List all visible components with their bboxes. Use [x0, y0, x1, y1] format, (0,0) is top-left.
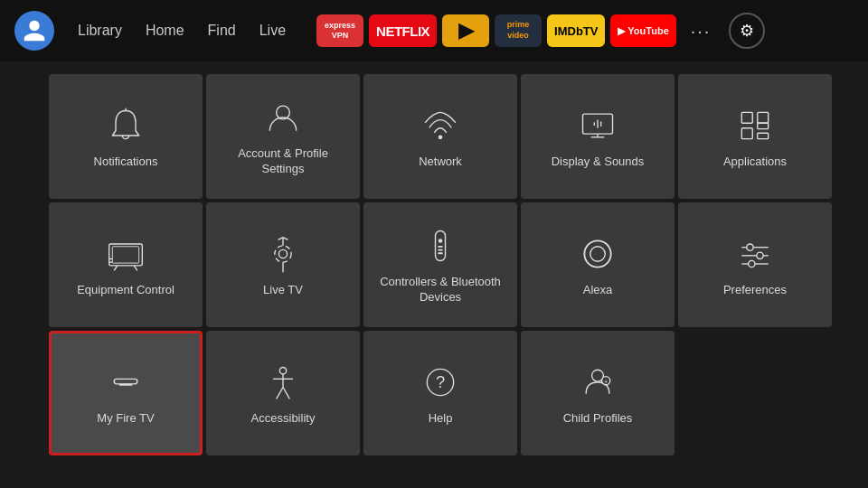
svg-rect-31 — [438, 252, 443, 254]
bell-icon — [104, 104, 147, 147]
tile-accessibility[interactable]: Accessibility — [206, 331, 360, 455]
tile-label: Network — [419, 155, 462, 170]
svg-line-25 — [283, 237, 288, 239]
app-shortcuts: expressVPN NETFLIX ▶ primevideo IMDbTV ▶… — [316, 14, 676, 47]
svg-point-38 — [757, 252, 763, 258]
svg-point-22 — [278, 249, 287, 258]
app-imdb[interactable]: IMDbTV — [547, 14, 605, 47]
svg-rect-29 — [438, 246, 443, 248]
antenna-icon — [261, 232, 305, 276]
tile-label: Preferences — [723, 283, 787, 298]
sliders-icon — [733, 232, 777, 276]
svg-rect-13 — [758, 133, 769, 138]
tile-label: Child Profiles — [563, 411, 633, 427]
tile-label: Alexa — [583, 283, 613, 298]
user-avatar[interactable] — [14, 11, 54, 51]
tile-label: Notifications — [94, 155, 158, 170]
top-navigation: Library Home Find Live expressVPN NETFLI… — [0, 0, 868, 61]
tile-myfiretv[interactable]: My Fire TV — [49, 331, 203, 455]
nav-home[interactable]: Home — [137, 17, 193, 44]
nav-links: Library Home Find Live — [69, 17, 295, 44]
tile-label: Accessibility — [251, 411, 316, 427]
nav-live[interactable]: Live — [250, 17, 295, 44]
tile-controllers[interactable]: Controllers & Bluetooth Devices — [363, 202, 517, 327]
help-icon: ? — [419, 361, 462, 404]
tile-display[interactable]: Display & Sounds — [521, 74, 675, 199]
person-icon — [261, 96, 305, 139]
svg-text:?: ? — [436, 371, 445, 390]
accessibility-icon — [261, 361, 305, 404]
tile-label: Applications — [723, 155, 787, 170]
svg-rect-41 — [119, 383, 133, 385]
tile-label: My Fire TV — [97, 411, 154, 427]
svg-line-24 — [278, 237, 284, 239]
tile-label: Controllers & Bluetooth Devices — [373, 275, 508, 305]
svg-point-28 — [439, 239, 443, 243]
settings-grid: Notifications Account & Profile Settings… — [0, 67, 868, 463]
tile-help[interactable]: ? Help — [363, 331, 517, 455]
svg-rect-10 — [758, 112, 769, 123]
tile-network[interactable]: Network — [363, 74, 517, 199]
svg-line-46 — [283, 387, 289, 399]
svg-rect-12 — [758, 123, 769, 128]
svg-rect-15 — [109, 244, 143, 266]
svg-line-45 — [277, 387, 283, 399]
tv-icon — [104, 232, 147, 276]
alexa-icon — [576, 232, 619, 276]
svg-rect-11 — [741, 127, 752, 138]
app-youtube[interactable]: ▶ YouTube — [610, 14, 675, 47]
svg-line-18 — [134, 265, 137, 270]
tile-label: Display & Sounds — [552, 155, 645, 170]
tile-livetv[interactable]: Live TV — [206, 202, 360, 327]
app-netflix[interactable]: NETFLIX — [369, 14, 437, 47]
nav-find[interactable]: Find — [199, 17, 245, 44]
svg-point-21 — [275, 245, 291, 261]
settings-button[interactable]: ⚙ — [729, 13, 765, 49]
tile-equipment[interactable]: Equipment Control — [49, 202, 203, 327]
more-apps-button[interactable]: ··· — [684, 17, 719, 45]
childprofile-icon: + — [576, 361, 619, 404]
svg-point-33 — [590, 246, 606, 261]
tile-childprofiles[interactable]: + Child Profiles — [521, 331, 675, 455]
tile-label: Help — [429, 411, 453, 427]
tile-applications[interactable]: Applications — [678, 74, 832, 199]
display-icon — [576, 104, 619, 147]
wifi-icon — [419, 104, 462, 147]
svg-text:+: + — [604, 377, 608, 385]
tile-label: Account & Profile Settings — [215, 146, 351, 177]
apps-icon — [733, 104, 777, 147]
svg-point-37 — [747, 244, 753, 250]
svg-point-42 — [279, 367, 286, 373]
firetv-icon — [104, 361, 147, 404]
svg-rect-16 — [112, 246, 138, 262]
svg-rect-40 — [114, 379, 137, 384]
tile-account[interactable]: Account & Profile Settings — [206, 74, 360, 199]
svg-point-39 — [749, 260, 755, 267]
svg-rect-30 — [438, 249, 443, 251]
tile-alexa[interactable]: Alexa — [521, 202, 675, 327]
tile-preferences[interactable]: Preferences — [678, 202, 832, 327]
svg-line-17 — [114, 265, 118, 270]
tile-label: Live TV — [263, 283, 303, 298]
svg-point-2 — [439, 135, 443, 139]
tile-notifications[interactable]: Notifications — [49, 74, 203, 199]
app-plex[interactable]: ▶ — [442, 14, 489, 47]
app-expressvpn[interactable]: expressVPN — [316, 14, 363, 47]
nav-library[interactable]: Library — [69, 17, 131, 44]
remote-icon — [419, 224, 462, 267]
svg-rect-9 — [741, 112, 752, 123]
app-prime[interactable]: primevideo — [495, 14, 542, 47]
tile-label: Equipment Control — [77, 283, 175, 298]
